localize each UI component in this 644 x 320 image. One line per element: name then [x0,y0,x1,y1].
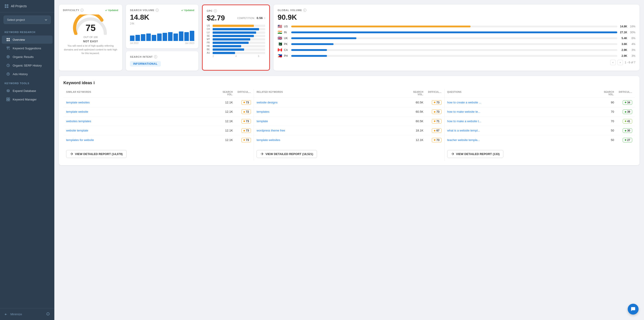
svg-rect-16 [8,100,10,101]
sv-bar-7 [168,32,172,41]
ki-info-icon[interactable]: i [94,81,95,85]
top-cards-row: DIFFICULTY i Updated 75 [59,4,640,71]
sv-info-icon[interactable]: i [156,8,159,12]
sidebar-label-organic-serp-history: Organic SERP History [13,64,42,67]
gv-country-code-IN: IN [284,31,290,34]
ki-related-rows: website designs 60.5K 73 templates 60.5K… [254,98,444,145]
chat-bubble[interactable] [628,304,638,315]
ki-diff-badge-3: 30 [623,128,632,133]
sidebar-item-organic-serp-history[interactable]: Organic SERP History [2,61,52,69]
sidebar-item-keyword-suggestions[interactable]: Keyword Suggestions [2,44,52,52]
competition-info-icon[interactable]: i [264,17,265,19]
cpc-country-HK: HK [207,45,211,47]
ki-keyword-link-0[interactable]: website designs [256,101,407,104]
gv-country-rows: 🇺🇸 US 14.8K 16% 🇮🇳 IN 27.1K 30% 🇬🇧 UK 5.… [278,24,636,58]
si-label: SEARCH INTENT [130,55,153,58]
gv-num-US: 14.8K [619,25,627,28]
ki-keyword-link-2[interactable]: template [256,119,407,123]
difficulty-rating: NOT EASY [83,40,98,43]
table-row: template 60.5K 71 [254,117,444,126]
svg-point-8 [7,55,10,58]
ki-keyword-link-4[interactable]: template websites [256,138,407,142]
sidebar-item-expand-database[interactable]: Expand Database [2,87,52,95]
ki-keyword-link-4[interactable]: templates for website [66,138,217,142]
ki-sv-0: 60.5K [408,101,424,104]
ki-keyword-link-1[interactable]: template website [66,110,217,113]
table-row: wordpress theme free 18.1K 67 [254,126,444,136]
sidebar-item-keyword-manager[interactable]: Keyword Manager [2,95,52,103]
cpc-bar-row-5: FR [207,41,265,44]
global-volume-card: GLOBAL VOLUME i 90.9K 🇺🇸 US 14.8K 16% 🇮🇳… [274,4,640,71]
sidebar-logo[interactable]: All Projects [0,0,54,12]
gv-prev-button[interactable]: ‹ [610,60,616,65]
ki-keyword-link-3[interactable]: what is a website templ... [447,129,598,132]
svg-rect-7 [8,40,10,41]
si-info-icon[interactable]: i [154,55,157,58]
ki-sv-1: 60.5K [408,110,424,113]
gv-country-code-UK: UK [284,37,290,40]
sv-label-start: Jul 2022 [130,42,138,44]
table-row: how to make a website t... 70 41 [444,117,635,126]
ki-related-view-btn[interactable]: VIEW DETAILED REPORT (18,521) [256,150,317,158]
ki-similar-col: SIMILAR KEYWORDS SEARCH VOL. DIFFICUL...… [64,89,254,161]
sidebar-label-ads-history: Ads History [13,72,28,76]
ki-similar-rows: template websites 12.1K 73 template webs… [64,98,254,145]
ki-similar-view-btn[interactable]: VIEW DETAILED REPORT (14,079) [66,150,126,158]
ki-diff-badge-0: 34 [623,100,632,105]
table-row: template websites 12.1K 73 [254,135,444,145]
ki-questions-col: QUESTIONS SEARCH VOL. DIFFICUL... how to… [444,89,635,161]
cpc-info-icon[interactable]: i [214,9,217,12]
minimize-button[interactable]: Minimize [0,308,54,320]
gv-pagination-text: 1 - 6 of 7 [625,61,636,64]
gv-country-code-PK: PK [284,42,290,46]
gv-next-button[interactable]: › [618,60,623,65]
ki-keyword-link-1[interactable]: how to make website te... [447,110,598,113]
sv-bar-5 [157,33,162,41]
cpc-bar-row-3: SE [207,35,265,37]
svg-rect-1 [7,4,8,6]
cpc-country-MT: MT [207,38,211,40]
ki-keyword-link-2[interactable]: how to make a website t... [447,119,598,123]
ki-keyword-link-3[interactable]: wordpress theme free [256,129,407,132]
ki-keyword-link-1[interactable]: templates [256,110,407,113]
cpc-bar-row-2: LU [207,31,265,34]
difficulty-label: DIFFICULTY [63,9,79,11]
sidebar-item-organic-results[interactable]: Organic Results [2,53,52,61]
sidebar-label-overview: Overview [13,38,25,41]
section-title-keyword-tools: KEYWORD TOOLS [0,78,54,86]
ki-keyword-link-4[interactable]: teacher website templa... [447,138,598,142]
gv-num-PH: 2.9K [619,54,627,57]
ki-keyword-link-3[interactable]: website template [66,129,217,132]
svg-rect-14 [8,98,10,99]
svg-rect-13 [6,98,8,99]
ki-questions-diff-header: DIFFICUL... [614,91,632,96]
ki-keyword-link-0[interactable]: template websites [66,101,217,104]
flag-US: 🇺🇸 [278,24,282,28]
gv-pct-PK: 4% [629,42,636,46]
project-select[interactable]: Select project [4,16,51,24]
sv-bar-4 [152,35,156,41]
sidebar-label-keyword-manager: Keyword Manager [13,98,37,101]
gv-info-icon[interactable]: i [303,8,306,12]
ki-questions-header: QUESTIONS [447,91,598,96]
search-intent-card: SEARCH INTENT i INFORMATIONAL [126,51,198,71]
difficulty-info-icon[interactable]: i [80,8,84,12]
ki-sv-4: 50 [598,138,614,142]
ki-diff-badge-2: 41 [623,119,632,124]
ki-keyword-link-0[interactable]: how to create a website ... [447,101,598,104]
ki-questions-view-btn[interactable]: VIEW DETAILED REPORT (133) [447,150,504,158]
ki-diff-badge-1: 72 [242,109,251,114]
ki-related-sv-header: SEARCH VOL. [408,91,424,96]
section-title-keyword-research: KEYWORD RESEARCH [0,27,54,35]
gv-num-CA: 2.9K [619,48,627,52]
cpc-bar-row-4: MT [207,38,265,40]
sidebar-item-ads-history[interactable]: Ads History [2,70,52,78]
sidebar-item-overview[interactable]: Overview [2,35,52,44]
ki-related-diff-header: DIFFICUL... [424,91,442,96]
ki-similar-diff-header: DIFFICUL... [233,91,251,96]
table-row: how to create a website ... 90 34 [444,98,635,107]
ki-keyword-link-2[interactable]: websites templates [66,119,217,123]
gv-label: GLOBAL VOLUME [278,9,302,11]
ki-sv-3: 18.1K [408,129,424,132]
ki-diff-badge-1: 73 [432,109,441,114]
